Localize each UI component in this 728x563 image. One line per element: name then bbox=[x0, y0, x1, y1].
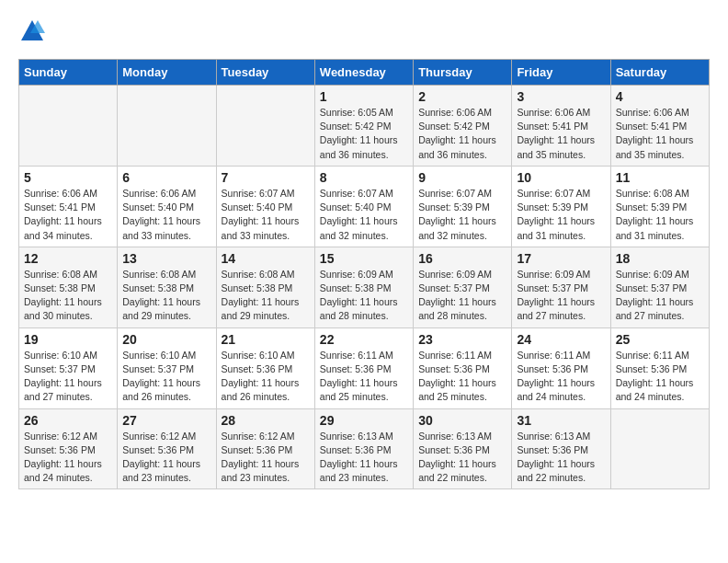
calendar-cell-w3d4: 23Sunrise: 6:11 AM Sunset: 5:36 PM Dayli… bbox=[414, 327, 512, 408]
day-info: Sunrise: 6:06 AM Sunset: 5:40 PM Dayligh… bbox=[122, 187, 210, 243]
calendar-cell-w0d4: 2Sunrise: 6:06 AM Sunset: 5:42 PM Daylig… bbox=[414, 86, 512, 167]
day-number: 10 bbox=[517, 170, 605, 185]
calendar-table: SundayMondayTuesdayWednesdayThursdayFrid… bbox=[18, 59, 710, 489]
day-info: Sunrise: 6:13 AM Sunset: 5:36 PM Dayligh… bbox=[517, 430, 605, 486]
calendar-cell-w3d0: 19Sunrise: 6:10 AM Sunset: 5:37 PM Dayli… bbox=[19, 327, 118, 408]
day-number: 29 bbox=[320, 413, 408, 428]
day-info: Sunrise: 6:09 AM Sunset: 5:37 PM Dayligh… bbox=[517, 268, 605, 324]
calendar-cell-w3d1: 20Sunrise: 6:10 AM Sunset: 5:37 PM Dayli… bbox=[118, 327, 216, 408]
day-info: Sunrise: 6:05 AM Sunset: 5:42 PM Dayligh… bbox=[320, 106, 408, 162]
day-number: 2 bbox=[418, 89, 506, 104]
day-number: 9 bbox=[418, 170, 506, 185]
calendar-cell-w2d4: 16Sunrise: 6:09 AM Sunset: 5:37 PM Dayli… bbox=[414, 247, 512, 327]
day-info: Sunrise: 6:12 AM Sunset: 5:36 PM Dayligh… bbox=[222, 430, 310, 486]
day-info: Sunrise: 6:10 AM Sunset: 5:37 PM Dayligh… bbox=[122, 349, 210, 405]
day-info: Sunrise: 6:07 AM Sunset: 5:39 PM Dayligh… bbox=[517, 187, 605, 243]
day-number: 11 bbox=[616, 170, 704, 185]
calendar-cell-w0d2 bbox=[216, 86, 314, 167]
day-info: Sunrise: 6:13 AM Sunset: 5:36 PM Dayligh… bbox=[418, 430, 506, 486]
calendar-cell-w3d3: 22Sunrise: 6:11 AM Sunset: 5:36 PM Dayli… bbox=[314, 327, 413, 408]
weekday-header-thursday: Thursday bbox=[414, 60, 512, 86]
day-info: Sunrise: 6:12 AM Sunset: 5:36 PM Dayligh… bbox=[24, 430, 112, 486]
day-number: 8 bbox=[320, 170, 408, 185]
day-info: Sunrise: 6:06 AM Sunset: 5:41 PM Dayligh… bbox=[616, 106, 704, 162]
day-number: 14 bbox=[222, 251, 310, 266]
calendar-cell-w3d6: 25Sunrise: 6:11 AM Sunset: 5:36 PM Dayli… bbox=[610, 327, 709, 408]
day-info: Sunrise: 6:07 AM Sunset: 5:39 PM Dayligh… bbox=[418, 187, 506, 243]
day-info: Sunrise: 6:08 AM Sunset: 5:38 PM Dayligh… bbox=[24, 268, 112, 324]
calendar-cell-w1d3: 8Sunrise: 6:07 AM Sunset: 5:40 PM Daylig… bbox=[314, 166, 413, 247]
logo bbox=[18, 18, 46, 44]
day-number: 24 bbox=[517, 332, 605, 347]
calendar-cell-w1d1: 6Sunrise: 6:06 AM Sunset: 5:40 PM Daylig… bbox=[118, 166, 216, 247]
day-number: 7 bbox=[222, 170, 310, 185]
day-info: Sunrise: 6:08 AM Sunset: 5:39 PM Dayligh… bbox=[616, 187, 704, 243]
page-header bbox=[18, 18, 710, 44]
weekday-header-monday: Monday bbox=[118, 60, 216, 86]
weekday-header-tuesday: Tuesday bbox=[216, 60, 314, 86]
day-number: 17 bbox=[517, 251, 605, 266]
day-number: 13 bbox=[122, 251, 210, 266]
weekday-header-saturday: Saturday bbox=[610, 60, 709, 86]
weekday-header-sunday: Sunday bbox=[19, 60, 118, 86]
day-info: Sunrise: 6:10 AM Sunset: 5:36 PM Dayligh… bbox=[222, 349, 310, 405]
day-info: Sunrise: 6:06 AM Sunset: 5:42 PM Dayligh… bbox=[418, 106, 506, 162]
calendar-cell-w1d0: 5Sunrise: 6:06 AM Sunset: 5:41 PM Daylig… bbox=[19, 166, 118, 247]
calendar-cell-w2d6: 18Sunrise: 6:09 AM Sunset: 5:37 PM Dayli… bbox=[610, 247, 709, 327]
day-info: Sunrise: 6:12 AM Sunset: 5:36 PM Dayligh… bbox=[122, 430, 210, 486]
calendar-cell-w2d3: 15Sunrise: 6:09 AM Sunset: 5:38 PM Dayli… bbox=[314, 247, 413, 327]
day-number: 28 bbox=[222, 413, 310, 428]
day-info: Sunrise: 6:11 AM Sunset: 5:36 PM Dayligh… bbox=[616, 349, 704, 405]
calendar-cell-w0d6: 4Sunrise: 6:06 AM Sunset: 5:41 PM Daylig… bbox=[610, 86, 709, 167]
day-number: 30 bbox=[418, 413, 506, 428]
calendar-cell-w4d2: 28Sunrise: 6:12 AM Sunset: 5:36 PM Dayli… bbox=[216, 408, 314, 489]
day-info: Sunrise: 6:09 AM Sunset: 5:37 PM Dayligh… bbox=[418, 268, 506, 324]
day-number: 23 bbox=[418, 332, 506, 347]
day-info: Sunrise: 6:07 AM Sunset: 5:40 PM Dayligh… bbox=[222, 187, 310, 243]
day-info: Sunrise: 6:11 AM Sunset: 5:36 PM Dayligh… bbox=[517, 349, 605, 405]
calendar-cell-w4d1: 27Sunrise: 6:12 AM Sunset: 5:36 PM Dayli… bbox=[118, 408, 216, 489]
calendar-cell-w4d0: 26Sunrise: 6:12 AM Sunset: 5:36 PM Dayli… bbox=[19, 408, 118, 489]
day-number: 16 bbox=[418, 251, 506, 266]
day-number: 19 bbox=[24, 332, 112, 347]
day-number: 20 bbox=[122, 332, 210, 347]
day-number: 6 bbox=[122, 170, 210, 185]
weekday-header-friday: Friday bbox=[512, 60, 610, 86]
calendar-cell-w3d2: 21Sunrise: 6:10 AM Sunset: 5:36 PM Dayli… bbox=[216, 327, 314, 408]
calendar-cell-w4d6 bbox=[610, 408, 709, 489]
calendar-cell-w2d0: 12Sunrise: 6:08 AM Sunset: 5:38 PM Dayli… bbox=[19, 247, 118, 327]
day-number: 21 bbox=[222, 332, 310, 347]
calendar-cell-w1d4: 9Sunrise: 6:07 AM Sunset: 5:39 PM Daylig… bbox=[414, 166, 512, 247]
calendar-cell-w1d6: 11Sunrise: 6:08 AM Sunset: 5:39 PM Dayli… bbox=[610, 166, 709, 247]
calendar-cell-w1d5: 10Sunrise: 6:07 AM Sunset: 5:39 PM Dayli… bbox=[512, 166, 610, 247]
day-number: 1 bbox=[320, 89, 408, 104]
day-number: 12 bbox=[24, 251, 112, 266]
day-number: 3 bbox=[517, 89, 605, 104]
day-number: 4 bbox=[616, 89, 704, 104]
day-info: Sunrise: 6:13 AM Sunset: 5:36 PM Dayligh… bbox=[320, 430, 408, 486]
day-number: 18 bbox=[616, 251, 704, 266]
calendar-cell-w4d5: 31Sunrise: 6:13 AM Sunset: 5:36 PM Dayli… bbox=[512, 408, 610, 489]
calendar-cell-w3d5: 24Sunrise: 6:11 AM Sunset: 5:36 PM Dayli… bbox=[512, 327, 610, 408]
day-number: 5 bbox=[24, 170, 112, 185]
calendar-cell-w0d5: 3Sunrise: 6:06 AM Sunset: 5:41 PM Daylig… bbox=[512, 86, 610, 167]
calendar-cell-w4d4: 30Sunrise: 6:13 AM Sunset: 5:36 PM Dayli… bbox=[414, 408, 512, 489]
day-info: Sunrise: 6:11 AM Sunset: 5:36 PM Dayligh… bbox=[418, 349, 506, 405]
day-number: 25 bbox=[616, 332, 704, 347]
day-number: 15 bbox=[320, 251, 408, 266]
day-info: Sunrise: 6:09 AM Sunset: 5:37 PM Dayligh… bbox=[616, 268, 704, 324]
day-number: 27 bbox=[122, 413, 210, 428]
day-info: Sunrise: 6:07 AM Sunset: 5:40 PM Dayligh… bbox=[320, 187, 408, 243]
calendar-cell-w4d3: 29Sunrise: 6:13 AM Sunset: 5:36 PM Dayli… bbox=[314, 408, 413, 489]
day-info: Sunrise: 6:08 AM Sunset: 5:38 PM Dayligh… bbox=[222, 268, 310, 324]
day-info: Sunrise: 6:09 AM Sunset: 5:38 PM Dayligh… bbox=[320, 268, 408, 324]
day-number: 22 bbox=[320, 332, 408, 347]
day-info: Sunrise: 6:11 AM Sunset: 5:36 PM Dayligh… bbox=[320, 349, 408, 405]
calendar-cell-w1d2: 7Sunrise: 6:07 AM Sunset: 5:40 PM Daylig… bbox=[216, 166, 314, 247]
day-info: Sunrise: 6:06 AM Sunset: 5:41 PM Dayligh… bbox=[24, 187, 112, 243]
weekday-header-wednesday: Wednesday bbox=[314, 60, 413, 86]
day-info: Sunrise: 6:06 AM Sunset: 5:41 PM Dayligh… bbox=[517, 106, 605, 162]
calendar-cell-w0d3: 1Sunrise: 6:05 AM Sunset: 5:42 PM Daylig… bbox=[314, 86, 413, 167]
day-number: 31 bbox=[517, 413, 605, 428]
calendar-cell-w2d5: 17Sunrise: 6:09 AM Sunset: 5:37 PM Dayli… bbox=[512, 247, 610, 327]
